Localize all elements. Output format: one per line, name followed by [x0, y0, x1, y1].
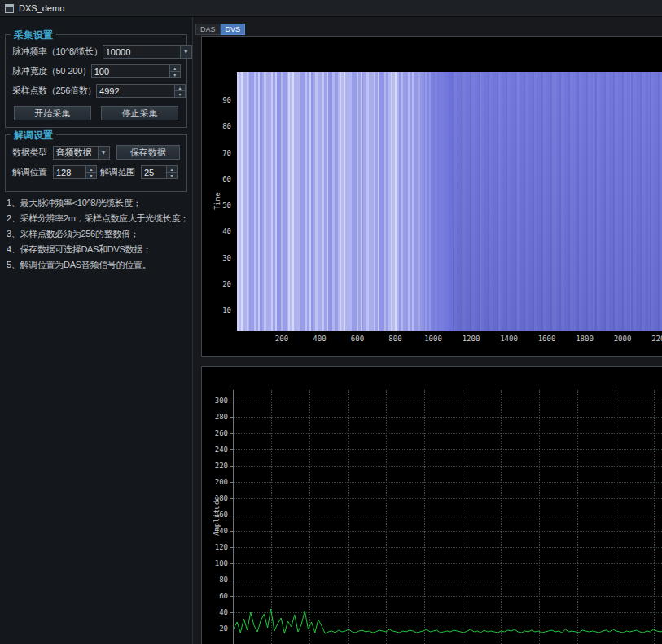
y-tick-label: 30: [202, 254, 231, 262]
y-tick-label: 220: [202, 462, 228, 470]
y-tick-label: 40: [202, 608, 228, 616]
demod-position-label: 解调位置: [12, 166, 53, 178]
demod-range-input[interactable]: [142, 166, 166, 178]
tab-bar: DASDVS: [195, 24, 245, 35]
data-type-row: 数据类型 ▾ 保存数据: [12, 145, 180, 160]
spin-up-icon[interactable]: ▴: [167, 166, 177, 172]
amplitude-trace: [234, 390, 662, 644]
y-tick-label: 240: [202, 445, 228, 453]
y-tick-label: 60: [202, 592, 228, 600]
application-window: DXS_demo 采集设置 脉冲频率（10^8/缆长） ▾ 脉冲宽度（50-20…: [0, 0, 662, 644]
x-tick-label: 1400: [493, 335, 525, 343]
demod-position-row: 解调位置 ▴ ▾ 解调范围 ▴ ▾: [12, 165, 180, 179]
start-acquisition-button[interactable]: 开始采集: [14, 106, 91, 120]
sample-points-input[interactable]: [97, 85, 174, 97]
demod-position-input[interactable]: [54, 166, 85, 178]
dvs-amplitude-chart: Amplitude 300280260240220200180160140120…: [201, 366, 662, 644]
x-tick-label: 1600: [531, 335, 563, 343]
y-tick-label: 200: [202, 478, 228, 486]
pulse-width-input[interactable]: [92, 65, 169, 77]
y-tick-label: 40: [202, 227, 231, 235]
acquisition-buttons: 开始采集 停止采集: [12, 106, 180, 120]
settings-panel: 采集设置 脉冲频率（10^8/缆长） ▾ 脉冲宽度（50-200） ▴ ▾: [0, 17, 193, 644]
pulse-frequency-label: 脉冲频率（10^8/缆长）: [12, 46, 103, 58]
app-icon: [5, 4, 14, 13]
waterfall-image: [237, 72, 662, 331]
acquisition-group-title: 采集设置: [11, 28, 56, 42]
y-tick-label: 300: [202, 396, 228, 405]
y-tick-label: 60: [202, 175, 231, 183]
demod-range-spinner[interactable]: ▴ ▾: [141, 165, 178, 179]
pulse-frequency-input[interactable]: [103, 46, 180, 58]
x-tick-label: 200: [265, 335, 298, 343]
spinner-buttons: ▴ ▾: [169, 65, 180, 77]
y-tick-label: 10: [202, 306, 231, 314]
data-type-input[interactable]: [54, 147, 98, 159]
x-tick-label: 2000: [607, 335, 639, 343]
y-tick-label: 90: [202, 96, 231, 104]
y-tick-label: 80: [202, 576, 228, 584]
acquisition-group: 采集设置 脉冲频率（10^8/缆长） ▾ 脉冲宽度（50-200） ▴ ▾: [5, 34, 187, 128]
spinner-buttons: ▴ ▾: [85, 166, 96, 178]
save-data-button[interactable]: 保存数据: [116, 145, 180, 160]
y-tick-label: 70: [202, 149, 231, 157]
x-tick-label: 400: [304, 335, 336, 343]
demodulation-group: 解调设置 数据类型 ▾ 保存数据 解调位置 ▴ ▾ 解调范围: [5, 134, 187, 192]
x-tick-label: 600: [341, 335, 374, 343]
demod-range-label: 解调范围: [100, 166, 141, 178]
y-tick-label: 20: [202, 624, 228, 633]
y-tick-label: 280: [202, 413, 228, 421]
x-tick-label: 1000: [417, 335, 449, 343]
pulse-width-label: 脉冲宽度（50-200）: [12, 65, 91, 77]
waterfall-y-axis-title: Time: [213, 192, 221, 210]
pulse-width-spinner[interactable]: ▴ ▾: [91, 64, 181, 78]
x-tick-label: 2200: [644, 335, 662, 343]
note-line: 5、解调位置为DAS音频信号的位置。: [7, 257, 191, 273]
amplitude-y-axis-title: Amplitude: [213, 496, 221, 536]
stop-acquisition-button[interactable]: 停止采集: [101, 106, 178, 120]
note-line: 1、最大脉冲频率<10^8/光缆长度；: [7, 195, 191, 211]
spin-up-icon[interactable]: ▴: [86, 166, 96, 172]
spin-down-icon[interactable]: ▾: [170, 71, 180, 77]
x-tick-label: 1800: [568, 335, 601, 343]
sample-points-row: 采样点数（256倍数） ▴ ▾: [12, 84, 180, 98]
waterfall-stripes: [237, 72, 453, 331]
y-tick-label: 100: [202, 559, 228, 567]
spin-down-icon[interactable]: ▾: [175, 90, 185, 97]
tab-das[interactable]: DAS: [195, 24, 221, 35]
notes-list: 1、最大脉冲频率<10^8/光缆长度；2、采样分辨率2m，采样点数应大于光缆长度…: [7, 195, 191, 273]
y-tick-label: 120: [202, 543, 228, 551]
tab-dvs[interactable]: DVS: [221, 24, 246, 35]
pulse-width-row: 脉冲宽度（50-200） ▴ ▾: [12, 64, 180, 78]
demod-position-spinner[interactable]: ▴ ▾: [53, 165, 97, 179]
note-line: 3、采样点数必须为256的整数倍；: [7, 226, 191, 242]
spinner-buttons: ▴ ▾: [174, 85, 185, 97]
chevron-down-icon[interactable]: ▾: [180, 46, 191, 58]
spin-down-icon[interactable]: ▾: [167, 172, 177, 178]
x-tick-label: 800: [379, 335, 412, 343]
y-tick-label: 80: [202, 122, 231, 130]
x-tick-label: 1200: [455, 335, 488, 343]
y-tick-label: 20: [202, 280, 231, 288]
pulse-frequency-select[interactable]: ▾: [103, 45, 192, 59]
spin-up-icon[interactable]: ▴: [170, 65, 180, 71]
note-line: 4、保存数据可选择DAS和DVS数据；: [7, 242, 191, 257]
data-type-select[interactable]: ▾: [53, 146, 110, 160]
sample-points-spinner[interactable]: ▴ ▾: [96, 84, 186, 98]
data-type-label: 数据类型: [12, 147, 53, 159]
chevron-down-icon[interactable]: ▾: [98, 147, 109, 159]
pulse-frequency-row: 脉冲频率（10^8/缆长） ▾: [12, 45, 180, 59]
spin-down-icon[interactable]: ▾: [86, 172, 96, 178]
das-waterfall-chart: Time 908070605040302010 2004006008001000…: [201, 36, 662, 357]
y-tick-label: 260: [202, 429, 228, 437]
spin-up-icon[interactable]: ▴: [175, 85, 185, 90]
sample-points-label: 采样点数（256倍数）: [12, 85, 96, 97]
spinner-buttons: ▴ ▾: [166, 166, 177, 178]
note-line: 2、采样分辨率2m，采样点数应大于光缆长度；: [7, 211, 191, 226]
window-title: DXS_demo: [19, 3, 64, 13]
demodulation-group-title: 解调设置: [11, 129, 56, 142]
title-bar[interactable]: DXS_demo: [0, 0, 662, 17]
